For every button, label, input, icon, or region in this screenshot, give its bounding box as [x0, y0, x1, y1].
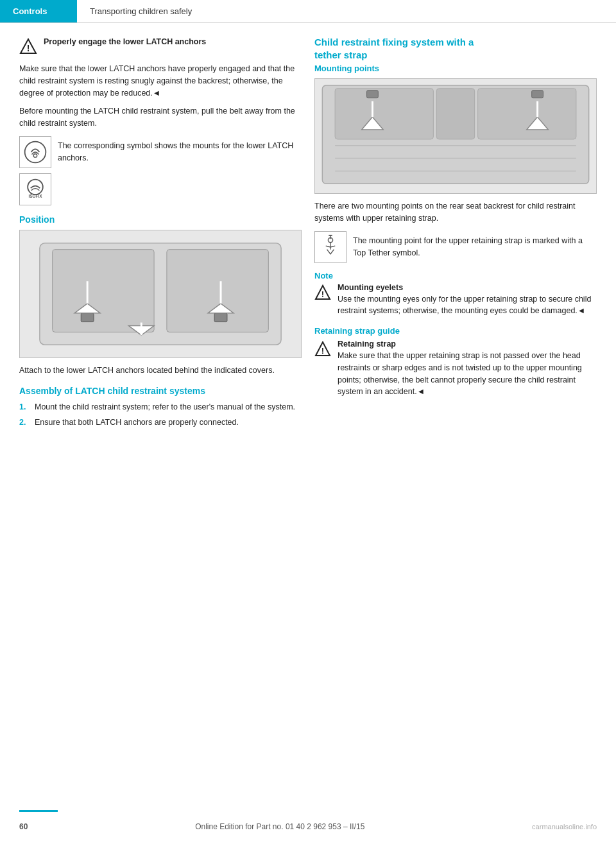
- position-heading: Position: [19, 214, 302, 225]
- assembly-step-2: 2. Ensure that both LATCH anchors are pr…: [19, 417, 302, 429]
- header-controls-tab: Controls: [0, 0, 77, 22]
- tether-symbol-box: [314, 231, 346, 263]
- svg-rect-7: [53, 249, 154, 332]
- footer: 60 Online Edition for Part no. 01 40 2 9…: [0, 822, 616, 831]
- symbol-description-text: The corresponding symbol shows the mount…: [58, 136, 302, 168]
- note-content: Mounting eyelets Use the mounting eyes o…: [338, 283, 597, 318]
- retaining-heading: Retaining strap guide: [314, 326, 597, 336]
- svg-rect-18: [335, 89, 433, 139]
- latch-belt-para: Before mounting the LATCH child restrain…: [19, 105, 302, 130]
- note-para: Use the mounting eyes only for the upper…: [338, 293, 597, 318]
- svg-rect-19: [478, 89, 576, 139]
- note-warning-icon: !: [314, 284, 331, 318]
- retaining-warning-box: ! Retaining strap Make sure that the upp…: [314, 340, 597, 398]
- main-heading-line1: Child restraint fixing system with a: [314, 37, 474, 47]
- mounting-points-heading: Mounting points: [314, 64, 597, 73]
- watermark-text: carmanualsoline.info: [532, 823, 597, 831]
- svg-rect-9: [81, 313, 94, 322]
- svg-point-3: [33, 153, 37, 157]
- retaining-para: Make sure that the upper retaining strap…: [338, 350, 597, 398]
- step-2-text: Ensure that both LATCH anchors are prope…: [35, 417, 239, 429]
- tether-symbol-svg: [318, 234, 343, 260]
- position-img-caption: Attach to the lower LATCH anchors locate…: [19, 365, 302, 377]
- left-column: ! Properly engage the lower LATCH anchor…: [19, 36, 302, 435]
- position-image: [19, 230, 302, 358]
- note-warning-box: ! Mounting eyelets Use the mounting eyes…: [314, 283, 597, 318]
- edition-text: Online Edition for Part no. 01 40 2 962 …: [195, 822, 364, 831]
- assembly-heading: Assembly of LATCH child restraint system…: [19, 386, 302, 396]
- svg-text:!: !: [321, 346, 324, 356]
- page-number: 60: [19, 822, 28, 831]
- warning-latch-engage: ! Properly engage the lower LATCH anchor…: [19, 36, 302, 55]
- svg-text:!: !: [27, 43, 30, 53]
- note-warning-title: Mounting eyelets: [338, 283, 597, 292]
- isofix-symbol-box: ISOFIX: [19, 173, 51, 205]
- mounting-para: There are two mounting points on the rea…: [314, 200, 597, 225]
- header-section-title: Transporting children safely: [77, 0, 205, 22]
- svg-text:!: !: [321, 289, 324, 299]
- symbol-row-2: ISOFIX: [19, 173, 302, 205]
- svg-rect-10: [214, 313, 227, 322]
- warning-triangle-icon: !: [19, 37, 37, 55]
- latch-symbol-svg: [22, 139, 48, 165]
- note-warning-triangle-svg: !: [314, 284, 331, 301]
- right-column: Child restraint fixing system with a tet…: [314, 36, 597, 435]
- step-1-text: Mount the child restraint system; refer …: [35, 401, 295, 413]
- assembly-steps-list: 1. Mount the child restraint system; ref…: [19, 401, 302, 429]
- note-label: Note: [314, 271, 597, 280]
- page-wrap: Controls Transporting children safely ! …: [0, 0, 616, 844]
- svg-point-4: [28, 179, 43, 194]
- latch-symbol-box: [19, 136, 51, 168]
- latch-engage-para: Make sure that the lower LATCH anchors h…: [19, 63, 302, 99]
- mounting-points-diagram-svg: [315, 79, 596, 193]
- retaining-content: Retaining strap Make sure that the upper…: [338, 340, 597, 398]
- tether-symbol-text: The mounting point for the upper retaini…: [353, 231, 597, 263]
- svg-rect-20: [436, 89, 474, 139]
- tether-symbol-row: The mounting point for the upper retaini…: [314, 231, 597, 263]
- assembly-step-1: 1. Mount the child restraint system; ref…: [19, 401, 302, 413]
- isofix-symbol-svg: ISOFIX: [22, 177, 48, 202]
- retaining-warning-triangle-svg: !: [314, 341, 331, 357]
- footer-accent-line: [19, 810, 58, 812]
- right-main-heading: Child restraint fixing system with a tet…: [314, 36, 597, 61]
- step-2-num: 2.: [19, 417, 30, 429]
- header: Controls Transporting children safely: [0, 0, 616, 23]
- main-heading-line2: tether strap: [314, 49, 368, 60]
- controls-label: Controls: [13, 6, 47, 16]
- retaining-warning-icon: !: [314, 341, 331, 398]
- retaining-warning-title: Retaining strap: [338, 340, 597, 349]
- svg-text:ISOFIX: ISOFIX: [29, 193, 43, 198]
- symbol-row-1: The corresponding symbol shows the mount…: [19, 136, 302, 168]
- position-diagram-svg: [20, 230, 301, 357]
- svg-rect-21: [367, 90, 379, 98]
- step-1-num: 1.: [19, 401, 30, 413]
- svg-rect-22: [532, 90, 543, 98]
- main-content: ! Properly engage the lower LATCH anchor…: [0, 23, 616, 448]
- header-title-text: Transporting children safely: [90, 6, 192, 16]
- warning-latch-text: Properly engage the lower LATCH anchors: [44, 36, 206, 55]
- mounting-points-image: [314, 78, 597, 194]
